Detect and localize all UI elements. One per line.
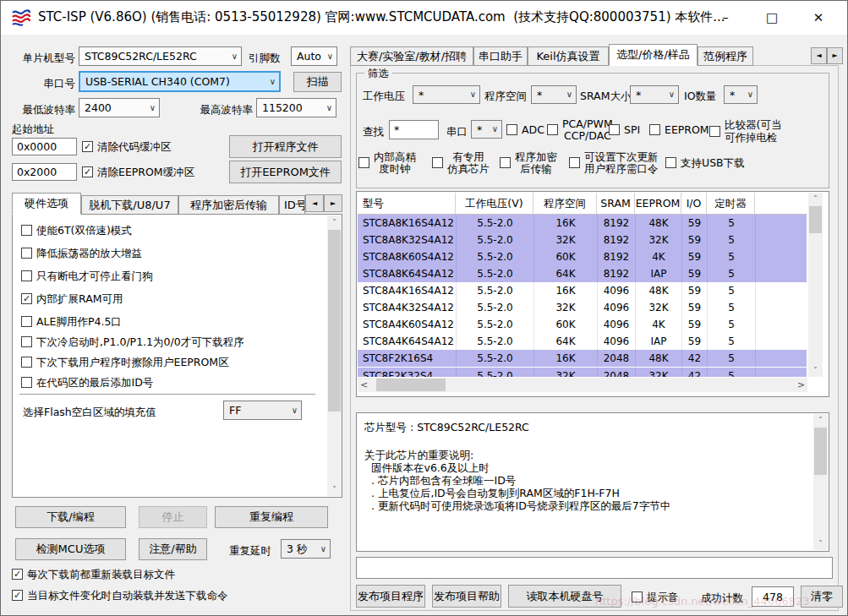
- flash-fill-select[interactable]: FF ∨: [223, 401, 302, 420]
- table-row[interactable]: STC8A8K32S4A125.5-2.032K819232K595: [358, 232, 807, 248]
- scroll-up-icon[interactable]: ˄: [808, 193, 823, 205]
- minimize-button[interactable]: –: [706, 1, 745, 35]
- table-row[interactable]: STC8A8K64S4A125.5-2.064K8192IAP595: [358, 265, 807, 282]
- scroll-left-icon[interactable]: <: [358, 378, 370, 392]
- tab-scroll-prev-button[interactable]: ◄: [305, 194, 324, 212]
- pin-count-select[interactable]: Auto ∨: [291, 46, 337, 66]
- table-row[interactable]: STC8F2K32S45.5-2.032K204832K425: [358, 368, 807, 377]
- clear-eeprom-checkbox[interactable]: ✓ 清除EEPROM缓冲区: [82, 166, 194, 178]
- voltage-filter-select[interactable]: * ∨: [413, 85, 480, 104]
- uart-filter-select[interactable]: * ∨: [471, 120, 502, 139]
- beep-checkbox[interactable]: 提示音: [632, 591, 679, 603]
- encrypt-transfer-checkbox[interactable]: 程序加密 后传输: [500, 151, 557, 175]
- tab-serial-assistant[interactable]: 串口助手: [473, 46, 528, 66]
- clear-code-label: 清除代码缓冲区: [97, 140, 172, 153]
- search-input[interactable]: *: [389, 120, 439, 139]
- title-bar[interactable]: STC-ISP (V6.86O) (销售电话: 0513-55012928) 官…: [1, 1, 847, 35]
- adc-checkbox[interactable]: ADC: [506, 123, 544, 136]
- option-checkbox-coldstart[interactable]: 下次冷启动时,P1.0/P1.1为0/0才可下载程序: [21, 335, 244, 348]
- tab-scroll-next-button[interactable]: ►: [324, 194, 342, 212]
- tab-offline-download[interactable]: 脱机下载/U8/U7: [81, 195, 178, 215]
- option-checkbox-ale[interactable]: ALE脚用作P4.5口: [21, 315, 122, 328]
- close-button[interactable]: ✕: [799, 1, 838, 35]
- repeat-program-button[interactable]: 重复编程: [215, 506, 328, 528]
- table-row[interactable]: STC8A8K60S4A125.5-2.060K81924K595: [358, 248, 807, 265]
- comparator-checkbox[interactable]: 比较器(可当 可作掉电检: [709, 118, 781, 144]
- mcu-type-value: STC89C52RC/LE52RC: [85, 50, 232, 63]
- hirc-checkbox[interactable]: 内部高精 度时钟: [358, 151, 416, 175]
- serial-port-select[interactable]: USB-SERIAL CH340 (COM7) ∨: [79, 71, 281, 92]
- checkmark-icon: ✓: [12, 569, 23, 580]
- mcu-type-select[interactable]: STC89C52RC/LE52RC ∨: [79, 46, 242, 66]
- chip-info-scrollbar[interactable]: ˄ ˅: [813, 414, 828, 550]
- tab-encrypt-transfer[interactable]: 程序加密后传输: [178, 195, 279, 215]
- uart-filter-label: 串口: [446, 125, 468, 138]
- stop-button[interactable]: 停止: [139, 506, 207, 528]
- scroll-right-icon[interactable]: >: [795, 378, 807, 392]
- repeat-delay-select[interactable]: 3 秒 ∨: [281, 539, 331, 559]
- scroll-down-icon[interactable]: ˅: [327, 482, 342, 496]
- usb-download-checkbox[interactable]: 支持USB下载: [665, 156, 745, 169]
- scroll-up-icon[interactable]: ˄: [813, 414, 828, 427]
- tab-keil-emulation[interactable]: Keil仿真设置: [528, 46, 609, 66]
- options-scrollbar[interactable]: ˄ ˅: [327, 215, 342, 496]
- open-program-button[interactable]: 打开程序文件: [229, 135, 342, 158]
- scan-button[interactable]: 扫描: [293, 72, 342, 92]
- tab-contest[interactable]: 大赛/实验室/教材/招聘: [350, 46, 473, 66]
- table-row[interactable]: STC8A4K16S4A125.5-2.016K409648K595: [358, 282, 807, 299]
- maximize-button[interactable]: □: [752, 1, 791, 35]
- code-address-input[interactable]: 0x0000: [12, 138, 77, 155]
- table-row[interactable]: STC8A8K16S4A125.5-2.016K819248K595: [358, 215, 807, 232]
- option-checkbox-add-id[interactable]: 在代码区的最后添加ID号: [21, 376, 153, 389]
- table-row[interactable]: STC8A4K60S4A125.5-2.060K40964K595: [358, 316, 807, 333]
- io-filter-select[interactable]: * ∨: [724, 85, 758, 104]
- help-button[interactable]: 注意/帮助: [139, 538, 207, 560]
- autoload-checkbox[interactable]: ✓ 当目标文件变化时自动装载并发送下载命令: [12, 589, 228, 602]
- spi-checkbox[interactable]: SPI: [609, 123, 640, 136]
- table-row[interactable]: STC8A4K32S4A125.5-2.032K409632K595: [358, 299, 807, 316]
- open-eeprom-button[interactable]: 打开EEPROM文件: [229, 161, 342, 183]
- min-baud-label: 最低波特率: [6, 103, 75, 116]
- eeprom-checkbox[interactable]: EEPROM: [649, 123, 709, 136]
- detect-mcu-button[interactable]: 检测MCU选项: [15, 538, 126, 560]
- tab-scroll-next-button[interactable]: ►: [827, 47, 843, 64]
- scrollbar-thumb[interactable]: [376, 379, 446, 391]
- option-checkbox-6t[interactable]: 使能6T(双倍速)模式: [21, 224, 132, 237]
- eeprom-address-input[interactable]: 0x2000: [12, 163, 77, 181]
- table-hscrollbar[interactable]: < >: [358, 378, 807, 392]
- option-checkbox-gain[interactable]: 降低振荡器的放大增益: [21, 247, 142, 259]
- password-checkbox[interactable]: 可设置下次更新 用户程序需口令: [569, 151, 659, 175]
- publish-program-button[interactable]: 发布项目程序: [356, 585, 425, 608]
- emulator-chip-checkbox[interactable]: 有专用 仿真芯片: [432, 151, 490, 175]
- tab-id-number[interactable]: ID号: [279, 195, 305, 215]
- option-checkbox-erase-eeprom[interactable]: 下次下载用户程序时擦除用户EEPROM区: [21, 356, 229, 368]
- sram-filter-select[interactable]: * ∨: [630, 85, 679, 104]
- tab-scroll-prev-button[interactable]: ◄: [811, 47, 827, 64]
- option-checkbox-watchdog[interactable]: 只有断电才可停止看门狗: [21, 270, 153, 282]
- scrollbar-thumb[interactable]: [814, 428, 827, 475]
- option-checkbox-xram[interactable]: ✓ 内部扩展RAM可用: [21, 292, 123, 305]
- chip-info-line: 固件版本在v6.6及以上时: [371, 461, 490, 474]
- min-baud-select[interactable]: 2400 ∨: [79, 98, 160, 117]
- pca-checkbox[interactable]: PCA/PWM CCP/DAC: [547, 118, 613, 142]
- program-space-filter-select[interactable]: * ∨: [531, 85, 577, 104]
- max-baud-select[interactable]: 115200 ∨: [256, 98, 336, 117]
- scroll-up-icon[interactable]: ˄: [327, 215, 342, 229]
- scroll-down-icon[interactable]: ˅: [808, 364, 823, 377]
- read-disk-button[interactable]: 读取本机硬盘号: [508, 585, 621, 608]
- reload-target-checkbox[interactable]: ✓ 每次下载前都重新装载目标文件: [12, 568, 175, 581]
- tab-example-programs[interactable]: 范例程序: [698, 46, 753, 66]
- scrollbar-thumb[interactable]: [328, 230, 341, 412]
- scroll-down-icon[interactable]: ˅: [813, 537, 828, 550]
- clear-eeprom-label: 清除EEPROM缓冲区: [97, 166, 194, 178]
- tab-selection-price-sample[interactable]: 选型/价格/样品: [609, 44, 698, 66]
- table-vscrollbar[interactable]: ˄ ˅: [808, 193, 823, 377]
- publish-help-button[interactable]: 发布项目帮助: [432, 585, 501, 608]
- scrollbar-thumb[interactable]: [809, 206, 822, 233]
- clear-count-button[interactable]: 清零: [801, 586, 843, 608]
- clear-code-checkbox[interactable]: ✓ 清除代码缓冲区: [82, 140, 172, 153]
- download-button[interactable]: 下载/编程: [15, 506, 126, 528]
- tab-hardware-options[interactable]: 硬件选项: [12, 193, 81, 215]
- table-row[interactable]: STC8A4K64S4A125.5-2.064K4096IAP595: [358, 333, 807, 350]
- table-row[interactable]: STC8F2K16S45.5-2.016K204848K425: [358, 350, 807, 367]
